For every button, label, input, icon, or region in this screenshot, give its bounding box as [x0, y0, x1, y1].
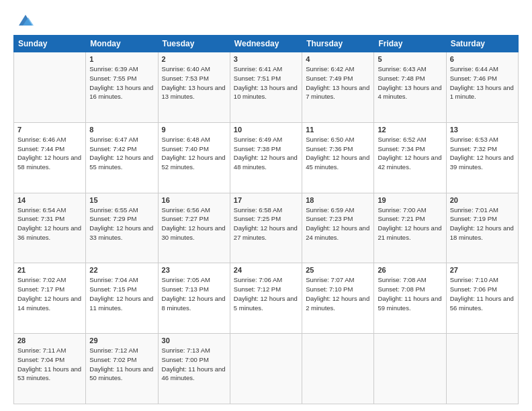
header	[13, 12, 519, 30]
sunset-text: Sunset: 7:00 PM	[162, 356, 209, 363]
table-cell	[14, 52, 86, 123]
day-number: 29	[89, 336, 154, 345]
sunset-text: Sunset: 7:53 PM	[162, 75, 209, 82]
sunset-text: Sunset: 7:36 PM	[306, 145, 353, 152]
day-number: 21	[17, 266, 82, 274]
sunset-text: Sunset: 7:31 PM	[17, 215, 64, 222]
day-number: 13	[450, 126, 515, 134]
daylight-text: Daylight: 12 hours and 48 minutes.	[234, 154, 298, 171]
day-number: 22	[89, 266, 154, 274]
daylight-text: Daylight: 11 hours and 50 minutes.	[89, 365, 153, 382]
table-cell: 27Sunrise: 7:10 AMSunset: 7:06 PMDayligh…	[446, 263, 518, 334]
table-cell: 9Sunrise: 6:48 AMSunset: 7:40 PMDaylight…	[158, 122, 230, 193]
daylight-text: Daylight: 12 hours and 55 minutes.	[89, 154, 153, 171]
day-number: 11	[306, 126, 370, 134]
sunrise-text: Sunrise: 6:47 AM	[89, 136, 138, 143]
day-info: Sunrise: 6:48 AMSunset: 7:40 PMDaylight:…	[162, 135, 226, 172]
daylight-text: Daylight: 12 hours and 39 minutes.	[450, 154, 514, 171]
day-number: 19	[378, 196, 442, 204]
table-cell: 16Sunrise: 6:56 AMSunset: 7:27 PMDayligh…	[158, 193, 230, 263]
sunset-text: Sunset: 7:44 PM	[17, 145, 64, 152]
daylight-text: Daylight: 13 hours and 7 minutes.	[306, 84, 369, 101]
calendar-header-row: Sunday Monday Tuesday Wednesday Thursday…	[14, 36, 519, 52]
sunset-text: Sunset: 7:40 PM	[162, 145, 209, 152]
sunset-text: Sunset: 7:19 PM	[450, 215, 497, 222]
col-wednesday: Wednesday	[230, 36, 302, 52]
sunrise-text: Sunrise: 7:12 AM	[89, 347, 138, 354]
day-info: Sunrise: 7:11 AMSunset: 7:04 PMDaylight:…	[17, 346, 82, 383]
week-row-1: 7Sunrise: 6:46 AMSunset: 7:44 PMDaylight…	[14, 122, 519, 193]
day-info: Sunrise: 7:06 AMSunset: 7:12 PMDaylight:…	[234, 275, 298, 312]
day-info: Sunrise: 7:04 AMSunset: 7:15 PMDaylight:…	[89, 275, 154, 312]
day-info: Sunrise: 7:10 AMSunset: 7:06 PMDaylight:…	[450, 275, 515, 312]
sunset-text: Sunset: 7:23 PM	[306, 215, 353, 222]
table-cell: 22Sunrise: 7:04 AMSunset: 7:15 PMDayligh…	[86, 263, 158, 334]
daylight-text: Daylight: 11 hours and 59 minutes.	[378, 295, 441, 312]
day-number: 14	[17, 196, 82, 204]
table-cell: 23Sunrise: 7:05 AMSunset: 7:13 PMDayligh…	[158, 263, 230, 334]
sunrise-text: Sunrise: 6:50 AM	[306, 136, 354, 143]
day-number: 25	[306, 266, 370, 274]
day-info: Sunrise: 6:55 AMSunset: 7:29 PMDaylight:…	[89, 205, 154, 242]
sunset-text: Sunset: 7:25 PM	[234, 215, 281, 222]
day-number: 15	[89, 196, 154, 204]
table-cell: 29Sunrise: 7:12 AMSunset: 7:02 PMDayligh…	[86, 334, 158, 404]
daylight-text: Daylight: 12 hours and 30 minutes.	[162, 224, 226, 241]
table-cell: 7Sunrise: 6:46 AMSunset: 7:44 PMDaylight…	[14, 122, 86, 193]
table-cell: 20Sunrise: 7:01 AMSunset: 7:19 PMDayligh…	[446, 193, 518, 263]
day-number: 10	[234, 126, 298, 134]
table-cell: 1Sunrise: 6:39 AMSunset: 7:55 PMDaylight…	[86, 52, 158, 123]
sunset-text: Sunset: 7:49 PM	[306, 75, 353, 82]
sunrise-text: Sunrise: 7:11 AM	[17, 347, 66, 354]
day-info: Sunrise: 6:50 AMSunset: 7:36 PMDaylight:…	[306, 135, 370, 172]
sunrise-text: Sunrise: 6:44 AM	[450, 65, 498, 73]
sunrise-text: Sunrise: 7:01 AM	[450, 206, 498, 214]
daylight-text: Daylight: 12 hours and 14 minutes.	[17, 295, 81, 312]
table-cell: 19Sunrise: 7:00 AMSunset: 7:21 PMDayligh…	[374, 193, 446, 263]
day-number: 1	[89, 55, 154, 63]
sunrise-text: Sunrise: 7:00 AM	[378, 206, 426, 214]
sunset-text: Sunset: 7:13 PM	[162, 285, 209, 293]
sunrise-text: Sunrise: 6:39 AM	[89, 65, 138, 73]
sunrise-text: Sunrise: 7:06 AM	[234, 276, 282, 283]
table-cell: 24Sunrise: 7:06 AMSunset: 7:12 PMDayligh…	[230, 263, 302, 334]
sunset-text: Sunset: 7:38 PM	[234, 145, 281, 152]
day-info: Sunrise: 6:59 AMSunset: 7:23 PMDaylight:…	[306, 205, 370, 242]
day-info: Sunrise: 7:13 AMSunset: 7:00 PMDaylight:…	[162, 346, 226, 383]
day-info: Sunrise: 6:52 AMSunset: 7:34 PMDaylight:…	[378, 135, 442, 172]
daylight-text: Daylight: 12 hours and 21 minutes.	[378, 224, 441, 241]
sunrise-text: Sunrise: 7:02 AM	[17, 276, 66, 283]
day-number: 5	[378, 55, 442, 63]
calendar-table: Sunday Monday Tuesday Wednesday Thursday…	[13, 35, 519, 404]
day-number: 6	[450, 55, 515, 63]
daylight-text: Daylight: 12 hours and 8 minutes.	[162, 295, 226, 312]
day-number: 24	[234, 266, 298, 274]
sunset-text: Sunset: 7:27 PM	[162, 215, 209, 222]
day-number: 9	[162, 126, 226, 134]
daylight-text: Daylight: 13 hours and 13 minutes.	[162, 84, 226, 101]
sunset-text: Sunset: 7:02 PM	[89, 356, 136, 363]
daylight-text: Daylight: 11 hours and 56 minutes.	[450, 295, 514, 312]
day-info: Sunrise: 6:39 AMSunset: 7:55 PMDaylight:…	[89, 64, 154, 101]
day-number: 16	[162, 196, 226, 204]
day-info: Sunrise: 6:56 AMSunset: 7:27 PMDaylight:…	[162, 205, 226, 242]
table-cell	[302, 334, 374, 404]
table-cell: 17Sunrise: 6:58 AMSunset: 7:25 PMDayligh…	[230, 193, 302, 263]
daylight-text: Daylight: 12 hours and 58 minutes.	[17, 154, 81, 171]
daylight-text: Daylight: 13 hours and 1 minute.	[450, 84, 514, 101]
sunrise-text: Sunrise: 6:48 AM	[162, 136, 210, 143]
col-tuesday: Tuesday	[158, 36, 230, 52]
sunset-text: Sunset: 7:51 PM	[234, 75, 281, 82]
day-number: 20	[450, 196, 515, 204]
day-info: Sunrise: 6:49 AMSunset: 7:38 PMDaylight:…	[234, 135, 298, 172]
table-cell: 28Sunrise: 7:11 AMSunset: 7:04 PMDayligh…	[14, 334, 86, 404]
sunset-text: Sunset: 7:55 PM	[89, 75, 136, 82]
table-cell: 11Sunrise: 6:50 AMSunset: 7:36 PMDayligh…	[302, 122, 374, 193]
logo-icon	[16, 11, 35, 30]
day-number: 4	[306, 55, 370, 63]
daylight-text: Daylight: 11 hours and 53 minutes.	[17, 365, 81, 382]
table-cell: 15Sunrise: 6:55 AMSunset: 7:29 PMDayligh…	[86, 193, 158, 263]
daylight-text: Daylight: 12 hours and 27 minutes.	[234, 224, 298, 241]
daylight-text: Daylight: 12 hours and 52 minutes.	[162, 154, 226, 171]
day-number: 27	[450, 266, 515, 274]
